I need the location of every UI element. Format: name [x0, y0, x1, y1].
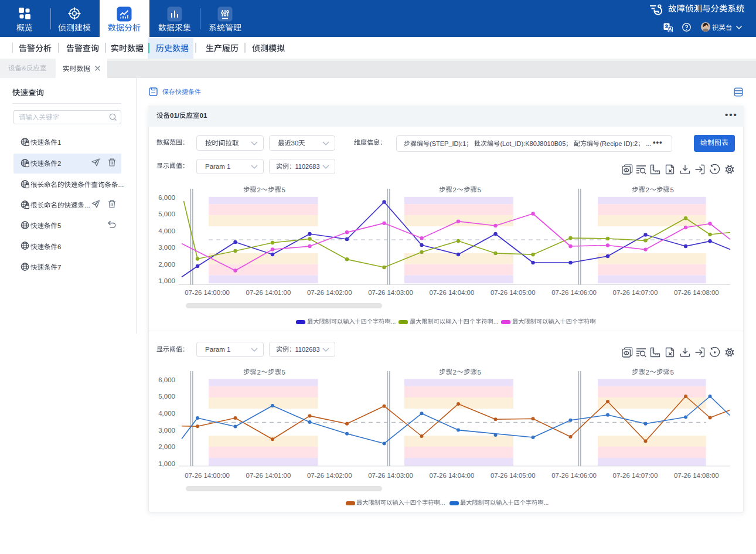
svg-text:07-26 14:04:00: 07-26 14:04:00 [430, 472, 475, 479]
svg-text:07-26 14:08:00: 07-26 14:08:00 [674, 289, 719, 296]
svg-text:07-26 14:04:00: 07-26 14:04:00 [430, 289, 475, 296]
svg-text:07-26 14:02:00: 07-26 14:02:00 [307, 472, 352, 479]
svg-text:2,000: 2,000 [158, 261, 175, 268]
svg-text:2: 2 [646, 369, 649, 376]
svg-text:5: 5 [282, 186, 285, 193]
svg-text:1,000: 1,000 [158, 277, 175, 284]
svg-text:4,000: 4,000 [158, 227, 175, 234]
svg-text:5: 5 [478, 369, 481, 376]
svg-text:5,000: 5,000 [158, 393, 175, 400]
svg-text:07-26 14:08:00: 07-26 14:08:00 [674, 472, 719, 479]
svg-text:1,000: 1,000 [158, 460, 175, 467]
svg-text:5,000: 5,000 [158, 210, 175, 217]
svg-text:2: 2 [453, 186, 457, 193]
svg-text:3,000: 3,000 [158, 244, 175, 251]
svg-text:5: 5 [670, 369, 674, 376]
svg-text:07-26 14:03:00: 07-26 14:03:00 [368, 472, 413, 479]
svg-text:3,000: 3,000 [158, 427, 175, 434]
svg-text:07-26 14:05:00: 07-26 14:05:00 [491, 472, 536, 479]
svg-text:5: 5 [670, 186, 674, 193]
svg-text:07-26 14:06:00: 07-26 14:06:00 [551, 289, 597, 296]
svg-text:07-26 14:07:00: 07-26 14:07:00 [613, 289, 658, 296]
svg-text:6,000: 6,000 [158, 376, 175, 383]
svg-text:07-26 14:01:00: 07-26 14:01:00 [246, 289, 291, 296]
svg-text:07-26 14:00:00: 07-26 14:00:00 [185, 289, 230, 296]
svg-text:07-26 14:03:00: 07-26 14:03:00 [368, 289, 413, 296]
svg-text:2: 2 [453, 369, 457, 376]
svg-text:07-26 14:00:00: 07-26 14:00:00 [185, 472, 230, 479]
svg-text:2,000: 2,000 [158, 443, 175, 450]
svg-text:07-26 14:05:00: 07-26 14:05:00 [491, 289, 536, 296]
svg-text:2: 2 [257, 369, 261, 376]
svg-text:07-26 14:07:00: 07-26 14:07:00 [613, 472, 658, 479]
svg-text:5: 5 [282, 369, 285, 376]
svg-text:07-26 14:02:00: 07-26 14:02:00 [307, 289, 352, 296]
svg-text:07-26 14:01:00: 07-26 14:01:00 [246, 472, 291, 479]
svg-text:6,000: 6,000 [158, 194, 175, 201]
svg-text:2: 2 [257, 186, 261, 193]
svg-text:4,000: 4,000 [158, 410, 175, 417]
svg-text:07-26 14:06:00: 07-26 14:06:00 [551, 472, 597, 479]
svg-text:2: 2 [646, 186, 649, 193]
svg-text:5: 5 [478, 186, 481, 193]
